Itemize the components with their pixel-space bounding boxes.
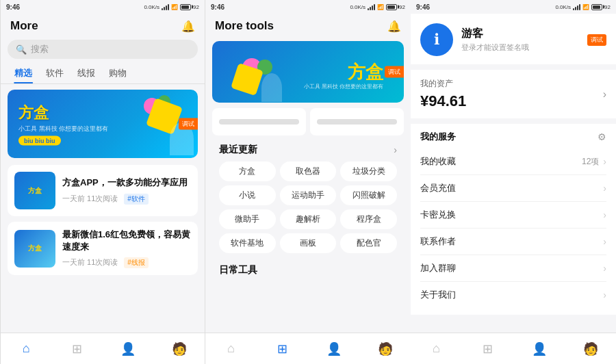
tool-tag-5[interactable]: 闪照破解	[340, 185, 397, 205]
tool-tag-2[interactable]: 垃圾分类	[340, 161, 397, 181]
network-speed-1: 0.0K/s	[144, 4, 159, 10]
daily-title: 日常工具	[212, 260, 404, 279]
debug-badge-2[interactable]: 调试	[385, 66, 404, 78]
tool-tag-9[interactable]: 软件基地	[219, 233, 276, 253]
nav-home-2[interactable]: ⌂	[205, 341, 257, 356]
nav-person-3[interactable]: 🧑	[565, 341, 616, 356]
tool-tag-7[interactable]: 趣解析	[280, 209, 337, 229]
nav-grid-2[interactable]: ⊞	[257, 341, 308, 356]
home-icon-1: ⌂	[23, 341, 30, 356]
wifi-icon-3: 📶	[582, 4, 589, 10]
user-subtitle: 登录才能设置签名哦	[461, 42, 529, 53]
panel1-content: 方盒 小工具 黑科技 你想要的这里都有 biu biu biu 调试 方盒 方盒…	[1, 84, 205, 333]
service-row-4[interactable]: 加入群聊 ›	[420, 255, 606, 282]
status-icons-2: 0.0K/s 📶 92	[350, 3, 405, 10]
panel2-header: More tools 🔔	[205, 14, 411, 37]
status-bar-3: 9:46 0.0K/s 📶 92	[411, 0, 616, 14]
username: 游客	[461, 27, 529, 41]
service-row-1[interactable]: 会员充值 ›	[420, 175, 606, 202]
tab-gouwu[interactable]: 购物	[102, 64, 133, 83]
service-chevron-3: ›	[603, 236, 606, 247]
recent-section-header: 最近更新 ›	[212, 141, 404, 161]
preview-card-2	[310, 108, 404, 135]
search-placeholder-1: 搜索	[31, 43, 49, 55]
banner-title-1: 方盒	[18, 103, 108, 123]
search-icon-1: 🔍	[16, 44, 27, 55]
tool-tag-8[interactable]: 程序盒	[340, 209, 397, 229]
recent-arrow: ›	[394, 144, 397, 155]
article-item-1[interactable]: 方盒 最新微信1.6红包免费领，容易黄速度来 一天前 11次阅读 #线报	[8, 222, 198, 275]
tool-tag-10[interactable]: 画板	[280, 233, 337, 253]
nav-grid-1[interactable]: ⊞	[52, 341, 103, 356]
add-person-icon-1: 👤	[120, 341, 136, 356]
nav-home-3[interactable]: ⌂	[411, 341, 462, 356]
article-meta-1: 一天前 11次阅读 #线报	[62, 257, 191, 268]
service-label-5: 关于我们	[420, 289, 456, 301]
panel2-banner[interactable]: 方盒 小工具 黑科技 你想要的这里都有 调试	[212, 41, 404, 103]
profile-info: 游客 登录才能设置签名哦	[461, 27, 529, 53]
asset-info: 我的资产 ¥94.61	[420, 78, 466, 110]
service-chevron-1: ›	[603, 183, 606, 194]
service-row-0[interactable]: 我的收藏 12项 ›	[420, 148, 606, 175]
service-row-5[interactable]: 关于我们 ›	[420, 282, 606, 308]
network-speed-2: 0.0K/s	[350, 4, 365, 10]
service-row-2[interactable]: 卡密兑换 ›	[420, 202, 606, 229]
status-bar-2: 9:46 0.0K/s 📶 92	[205, 0, 411, 14]
gear-icon[interactable]: ⚙	[598, 131, 606, 142]
service-chevron-0: ›	[603, 156, 606, 167]
debug-badge-3[interactable]: 调试	[587, 34, 606, 46]
service-label-0: 我的收藏	[420, 155, 456, 168]
tools-preview-grid	[212, 108, 404, 135]
service-row-3[interactable]: 联系作者 ›	[420, 229, 606, 255]
nav-add-3[interactable]: 👤	[513, 341, 565, 356]
tool-tag-11[interactable]: 配色官	[340, 233, 397, 253]
bottom-nav-2: ⌂ ⊞ 👤 🧑	[205, 333, 411, 364]
nav-add-2[interactable]: 👤	[308, 341, 359, 356]
nav-person-1[interactable]: 🧑	[154, 341, 205, 356]
banner-btn-1[interactable]: biu biu biu	[18, 136, 61, 146]
nav-home-1[interactable]: ⌂	[1, 341, 52, 356]
nav-person-2[interactable]: 🧑	[359, 341, 411, 356]
panel2-title: More tools	[215, 19, 274, 33]
bottom-nav-1: ⌂ ⊞ 👤 🧑	[1, 333, 205, 364]
preview-card-1	[212, 108, 306, 135]
service-chevron-4: ›	[603, 263, 606, 274]
signal-icon-2	[368, 3, 375, 10]
service-chevron-5: ›	[603, 289, 606, 300]
tab-bar-1: 精选 软件 线报 购物	[1, 64, 205, 84]
panel1-banner[interactable]: 方盒 小工具 黑科技 你想要的这里都有 biu biu biu 调试	[8, 90, 198, 158]
tools-tag-grid: 方盒 取色器 垃圾分类 小说 运动助手 闪照破解 微助手 趣解析 程序盒 软件基…	[212, 161, 404, 260]
article-title-0: 方盒APP，一款多功能分享应用	[62, 177, 191, 189]
bell-icon-2[interactable]: 🔔	[387, 20, 401, 33]
add-person-icon-2: 👤	[326, 341, 342, 356]
recent-title: 最近更新	[219, 144, 257, 156]
tool-tag-3[interactable]: 小说	[219, 185, 276, 205]
article-item-0[interactable]: 方盒 方盒APP，一款多功能分享应用 一天前 11次阅读 #软件	[8, 165, 198, 216]
grid-icon-1: ⊞	[72, 341, 82, 356]
person-icon-1: 🧑	[172, 341, 187, 356]
tool-tag-6[interactable]: 微助手	[219, 209, 276, 229]
home-icon-2: ⌂	[227, 341, 235, 356]
nav-add-1[interactable]: 👤	[103, 341, 154, 356]
bell-icon-1[interactable]: 🔔	[181, 20, 195, 33]
tool-tag-4[interactable]: 运动助手	[280, 185, 337, 205]
search-bar-1[interactable]: 🔍 搜索	[8, 40, 198, 59]
tools-banner-sub: 小工具 黑科技 你想要的这里都有	[304, 83, 383, 90]
debug-badge-1[interactable]: 调试	[179, 118, 198, 130]
service-count-0: 12项	[582, 156, 599, 168]
status-icons-3: 0.0K/s 📶 92	[555, 3, 611, 10]
nav-grid-3[interactable]: ⊞	[462, 341, 513, 356]
tab-xianbao[interactable]: 线报	[70, 64, 102, 83]
grid-icon-3: ⊞	[483, 341, 493, 356]
asset-card[interactable]: 我的资产 ¥94.61 ›	[411, 70, 616, 118]
service-card: 我的服务 ⚙ 我的收藏 12项 › 会员充值 › 卡密兑换 › 联系作者	[411, 124, 616, 315]
profile-header: ℹ 游客 登录才能设置签名哦 调试	[411, 14, 616, 64]
article-tag-1: #线报	[124, 257, 149, 268]
tool-tag-0[interactable]: 方盒	[219, 161, 276, 181]
article-meta-0: 一天前 11次阅读 #软件	[62, 194, 191, 205]
tab-jingxuan[interactable]: 精选	[8, 64, 39, 83]
person-icon-3: 🧑	[583, 341, 598, 356]
tool-tag-1[interactable]: 取色器	[280, 161, 337, 181]
add-person-icon-3: 👤	[532, 341, 547, 356]
tab-ruanjian[interactable]: 软件	[39, 64, 70, 83]
